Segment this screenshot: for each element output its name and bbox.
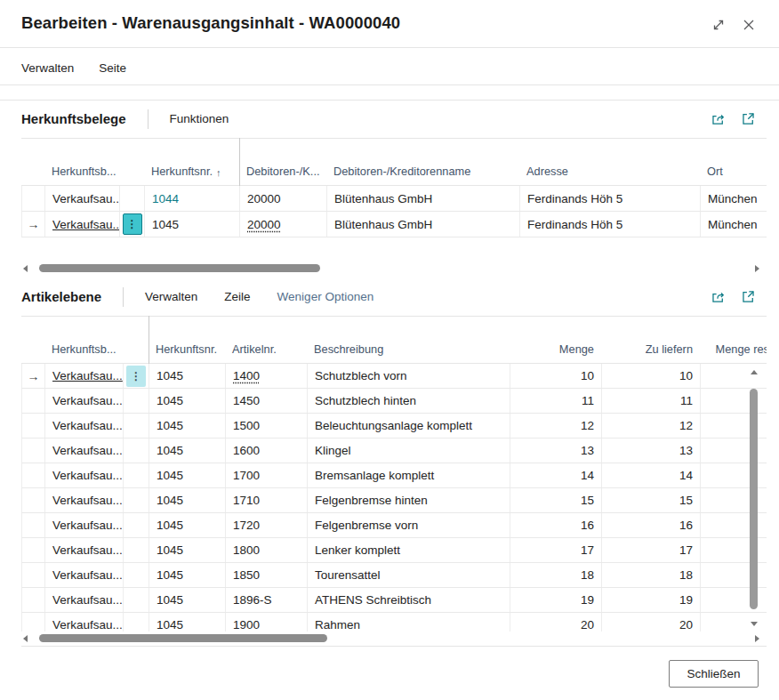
cell-type[interactable]: Verkaufsau... [45,613,124,632]
hscroll-thumb[interactable] [39,634,327,642]
cell-type[interactable]: Verkaufsau... [45,488,124,512]
column-header-name[interactable]: Debitoren-/Kreditorenname [326,165,519,185]
cell-qty[interactable]: 20 [510,613,602,632]
context-menu-cell[interactable] [124,439,149,463]
cell-description[interactable]: Felgenbremse hinten [308,488,510,512]
row-selector-cell[interactable] [22,439,45,463]
row-selector-cell[interactable] [22,613,45,632]
cell-to_ship[interactable]: 19 [602,588,701,612]
row-selector-cell[interactable]: → [22,212,45,237]
cell-qty[interactable]: 15 [510,488,602,512]
column-header-type[interactable]: Herkunftsb... [44,165,119,185]
expand-icon[interactable] [711,18,726,32]
cell-description[interactable]: Klingel [308,439,510,463]
cell-no[interactable]: 1045 [149,588,226,612]
up-arrow-icon[interactable] [751,370,758,374]
menu-weniger-optionen[interactable]: Weniger Optionen [277,290,374,303]
cell-no[interactable]: 1045 [149,488,226,512]
cell-no[interactable]: 1045 [149,439,226,463]
close-icon[interactable] [742,18,756,32]
cell-no[interactable]: 1045 [149,463,226,487]
column-header-no[interactable]: Herkunftsnr. [149,342,225,363]
table-row[interactable]: Verkaufsau...10451710Felgenbremse hinten… [21,488,767,513]
cell-no[interactable]: 1045 [149,414,226,438]
cell-description[interactable]: ATHENS Schreibtisch [308,588,510,612]
column-header-city[interactable]: Ort [700,165,767,185]
row-selector-cell[interactable] [22,513,45,537]
cell-no[interactable]: 1045 [149,563,226,587]
cell-no[interactable]: 1045 [149,538,226,562]
table-row[interactable]: Verkaufsau...10451500Beleuchtungsanlage … [21,414,767,439]
cell-item_no[interactable]: 1850 [226,563,308,587]
hscroll-thumb[interactable] [39,264,320,272]
table-row[interactable]: Verkaufsau...10451900Rahmen2020 [21,613,767,632]
table-row[interactable]: Verkaufsau...10451850Tourensattel1818 [21,563,767,588]
cell-no[interactable]: 1045 [145,212,240,237]
cell-type[interactable]: Verkaufsau... [45,439,124,463]
cell-item_no[interactable]: 1450 [226,389,308,413]
item-lines-vscrollbar[interactable] [749,370,759,626]
cell-to_ship[interactable]: 18 [602,563,701,587]
cell-to_ship[interactable]: 14 [602,463,701,487]
cell-name[interactable]: Blütenhaus GmbH [327,186,520,211]
cell-city[interactable]: München [701,186,767,211]
column-header-item_no[interactable]: Artikelnr. [225,342,307,363]
column-header-description[interactable]: Beschreibung [307,342,510,363]
table-row[interactable]: Verkaufsau...10451720Felgenbremse vorn16… [21,513,767,538]
close-button[interactable]: Schließen [669,660,759,688]
left-arrow-icon[interactable] [23,635,28,642]
row-selector-cell[interactable] [22,588,45,612]
cell-qty[interactable]: 16 [510,513,602,537]
cell-type[interactable]: Verkaufsau... [45,364,124,388]
cell-qty[interactable]: 19 [510,588,602,612]
context-menu-cell[interactable] [124,463,149,487]
menu-verwalten-lines[interactable]: Verwalten [145,290,197,303]
cell-qty[interactable]: 17 [510,538,602,562]
share-icon[interactable] [711,289,726,304]
cell-to_ship[interactable]: 20 [602,613,701,632]
table-row[interactable]: Verkaufsau...10451700Bremsanlage komplet… [21,463,767,488]
menu-zeile[interactable]: Zeile [224,290,250,303]
cell-description[interactable]: Felgenbremse vorn [308,513,510,537]
cell-qty[interactable]: 11 [510,389,602,413]
cell-description[interactable]: Beleuchtungsanlage komplett [308,414,510,438]
table-row[interactable]: Verkaufsau...10451600Klingel1313 [21,439,767,463]
cell-item_no[interactable]: 1500 [226,414,308,438]
cell-type[interactable]: Verkaufsau... [45,563,124,587]
cell-type[interactable]: Verkaufsau... [45,588,124,612]
vscroll-thumb[interactable] [750,389,758,609]
cell-cust_no[interactable]: 20000 [240,212,327,237]
cell-item_no[interactable]: 1900 [226,613,308,632]
cell-qty[interactable]: 13 [510,439,602,463]
table-row[interactable]: →Verkaufsau...⋮104520000Blütenhaus GmbHF… [21,212,767,237]
cell-item_no[interactable]: 1600 [226,439,308,463]
cell-type[interactable]: Verkaufsau... [45,186,120,211]
cell-description[interactable]: Bremsanlage komplett [308,463,510,487]
cell-cust_no[interactable]: 20000 [240,186,327,211]
cell-no[interactable]: 1045 [149,389,226,413]
cell-description[interactable]: Tourensattel [308,563,510,587]
cell-type[interactable]: Verkaufsau... [45,389,124,413]
cell-type[interactable]: Verkaufsau... [45,463,124,487]
left-arrow-icon[interactable] [23,265,28,272]
cell-type[interactable]: Verkaufsau... [45,414,124,438]
cell-no[interactable]: 1045 [149,513,226,537]
cell-to_ship[interactable]: 10 [602,364,701,388]
column-header-qty[interactable]: Menge [510,342,601,363]
context-menu-cell[interactable] [124,513,149,537]
column-header-type[interactable]: Herkunftsb... [44,342,123,363]
context-menu-cell[interactable] [124,488,149,512]
row-selector-cell[interactable] [22,563,45,587]
cell-qty[interactable]: 12 [510,414,602,438]
cell-name[interactable]: Blütenhaus GmbH [327,212,520,237]
context-menu-cell[interactable] [124,613,149,632]
table-row[interactable]: Verkaufsau...104420000Blütenhaus GmbHFer… [21,186,767,212]
cell-address[interactable]: Ferdinands Höh 5 [520,186,701,211]
column-header-no[interactable]: Herkunftsnr.↑ [144,165,239,185]
item-lines-hscrollbar[interactable] [21,633,767,644]
cell-item_no[interactable]: 1800 [226,538,308,562]
cell-qty[interactable]: 18 [510,563,602,587]
share-icon[interactable] [711,111,726,126]
cell-description[interactable]: Schutzblech hinten [308,389,510,413]
cell-qty[interactable]: 10 [510,364,602,388]
